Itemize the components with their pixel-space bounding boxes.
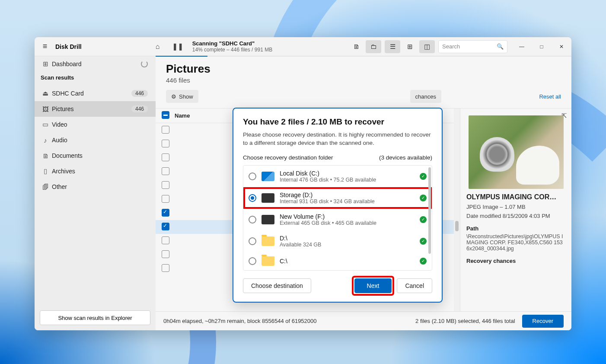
destination-name: Local Disk (C:) [280,170,415,177]
grid-view-icon[interactable]: ⊞ [402,40,418,53]
select-all-checkbox[interactable] [162,111,169,119]
destination-name: New Volume (F:) [280,213,415,220]
row-checkbox[interactable] [162,223,169,230]
destination-item[interactable]: C:\✓ [243,252,432,270]
status-elapsed: 0h04m elapsed, ~0h27m remain, block 8556… [163,318,317,324]
sidebar-dashboard[interactable]: ⊞ Dashboard [35,56,156,72]
sidebar-item-other[interactable]: 🗐 Other [35,179,156,195]
destination-radio[interactable] [249,257,256,265]
destination-sub: External 465 GB disk • 465 GB available [280,220,415,226]
documents-icon: 🗎 [41,152,49,160]
scrollbar-thumb[interactable] [455,221,459,231]
sidebar-label: Pictures [52,105,74,112]
preview-chances-label: Recovery chances [466,258,565,264]
sidebar-item-documents[interactable]: 🗎 Documents [35,148,156,163]
sidebar-label: SDHC Card [52,90,84,97]
destination-item[interactable]: Local Disk (C:)Internal 476 GB disk • 75… [243,166,432,187]
sidebar-header: Scan results [35,72,156,86]
scan-status: Scanning "SDHC Card" 14% complete – 446 … [192,40,272,53]
search-placeholder: Search [442,43,460,50]
destination-name: C:\ [280,258,415,265]
destination-radio[interactable] [249,172,256,180]
show-results-explorer-button[interactable]: Show scan results in Explorer [40,310,150,325]
sidebar-item-archives[interactable]: ▯ Archives [35,163,156,179]
preview-title: OLYMPUS IMAGING COR… [466,193,565,201]
other-icon: 🗐 [41,183,49,191]
destination-radio[interactable] [249,194,256,202]
search-icon: 🔍 [497,43,504,50]
folder-view-icon[interactable]: 🗀 [366,40,381,53]
scan-title: Scanning "SDHC Card" [192,40,272,47]
row-checkbox[interactable] [162,153,169,161]
row-checkbox[interactable] [162,195,169,203]
row-checkbox[interactable] [162,250,169,258]
status-selection: 2 files (2.10 MB) selected, 446 files to… [415,318,515,324]
scan-progress-fill [156,56,207,57]
row-checkbox[interactable] [162,167,169,175]
destination-radio[interactable] [249,216,256,224]
scan-subtitle: 14% complete – 446 files / 991 MB [192,47,272,53]
app-title: Disk Drill [55,43,82,50]
preview-panel: ⇱ OLYMPUS IMAGING COR… JPEG Image – 1.07… [460,109,571,311]
cancel-button[interactable]: Cancel [397,278,432,293]
page-subtitle: 446 files [166,77,561,84]
count-badge: 446 [131,105,148,112]
pause-icon[interactable]: ❚❚ [171,40,185,54]
reset-all-link[interactable]: Reset all [539,93,561,100]
ok-icon: ✓ [420,238,427,245]
panel-view-icon[interactable]: ◫ [419,40,435,53]
destination-item[interactable]: New Volume (F:)External 465 GB disk • 46… [243,209,432,230]
choose-label: Choose recovery destination folder [243,154,333,161]
sidebar-label: Dashboard [52,61,82,67]
file-view-icon[interactable]: 🗎 [348,40,364,53]
archives-icon: ▯ [41,167,49,175]
search-input[interactable]: Search 🔍 [438,40,507,53]
close-button[interactable]: ✕ [552,37,571,56]
preview-type: JPEG Image – 1.07 MB [466,204,565,210]
maximize-button[interactable]: □ [532,37,552,56]
destination-scrollbar[interactable] [428,167,431,254]
row-checkbox[interactable] [162,140,169,147]
show-filter-button[interactable]: ⚙Show [166,90,198,103]
ok-icon: ✓ [420,173,427,180]
minimize-button[interactable]: — [512,37,532,56]
sidebar-item-pictures[interactable]: 🖼 Pictures 446 [35,101,156,117]
list-view-icon[interactable]: ☰ [385,40,400,53]
destination-sub: Internal 476 GB disk • 75.2 GB available [280,177,415,183]
modal-heading: You have 2 files / 2.10 MB to recover [243,117,432,127]
sidebar-item-sdhc[interactable]: ⏏ SDHC Card 446 [35,86,156,101]
drive-icon [262,236,274,246]
row-checkbox[interactable] [162,181,169,189]
destination-name: D:\ [280,235,415,242]
sidebar-label: Archives [52,168,75,175]
home-icon[interactable]: ⌂ [151,40,165,54]
ok-icon: ✓ [420,195,427,201]
audio-icon: ♪ [41,137,49,144]
destination-sub: Available 324 GB [280,242,415,248]
destination-item[interactable]: Storage (D:)Internal 931 GB disk • 324 G… [243,187,432,209]
row-checkbox[interactable] [162,236,169,244]
sidebar: ⊞ Dashboard Scan results ⏏ SDHC Card 446… [35,56,156,330]
scan-progress-track [156,56,571,57]
sidebar-item-audio[interactable]: ♪ Audio [35,132,156,148]
row-checkbox[interactable] [162,209,169,217]
table-scrollbar[interactable] [454,109,460,311]
sidebar-label: Other [52,183,67,190]
sidebar-item-video[interactable]: ▭ Video [35,117,156,132]
row-checkbox[interactable] [162,126,169,134]
sidebar-label: Audio [52,137,67,144]
chances-filter-button[interactable]: chances [410,90,441,103]
recover-button[interactable]: Recover [522,315,564,328]
destination-item[interactable]: D:\Available 324 GB✓ [243,230,432,252]
row-checkbox[interactable] [162,264,169,272]
destination-radio[interactable] [249,237,256,245]
app-window: ≡ Disk Drill ⌂ ❚❚ Scanning "SDHC Card" 1… [35,37,571,330]
next-button[interactable]: Next [354,278,392,293]
video-icon: ▭ [41,121,49,128]
destination-sub: Internal 931 GB disk • 324 GB available [280,198,415,204]
sidebar-label: Documents [52,152,83,159]
spinner-icon [141,61,148,67]
drive-icon [262,215,274,224]
hamburger-icon[interactable]: ≡ [39,42,51,51]
choose-destination-button[interactable]: Choose destination [243,278,311,293]
